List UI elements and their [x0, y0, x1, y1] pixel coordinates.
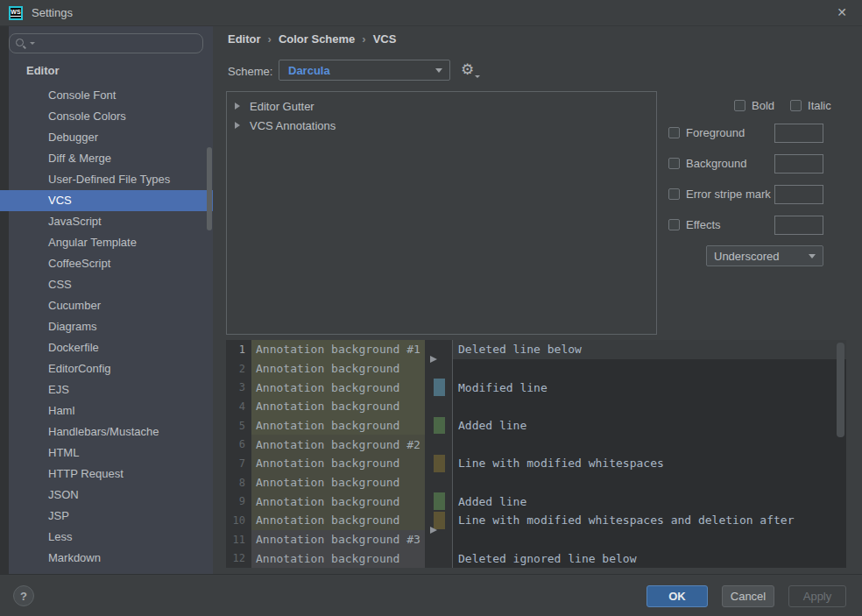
sidebar-item[interactable]: Debugger: [0, 127, 213, 148]
sidebar-item[interactable]: Console Font: [0, 85, 213, 106]
sidebar-item[interactable]: CSS: [0, 274, 213, 295]
line-number: 4: [226, 397, 251, 416]
bold-checkbox[interactable]: [734, 100, 745, 111]
effect-type-dropdown[interactable]: Underscored: [706, 245, 823, 266]
gutter-cell: [425, 454, 453, 473]
sidebar-item[interactable]: HTTP Request: [0, 464, 213, 485]
sidebar-item[interactable]: Diagrams: [0, 316, 213, 337]
italic-checkbox[interactable]: [790, 100, 802, 111]
sidebar-item[interactable]: EJS: [0, 379, 213, 400]
sidebar-item[interactable]: VCS: [0, 190, 213, 211]
sidebar-section-editor[interactable]: Editor: [26, 64, 60, 77]
sidebar-item[interactable]: Angular Template: [0, 232, 213, 253]
sidebar-item[interactable]: Dockerfile: [0, 337, 213, 358]
editor-line-text: Deleted line below: [453, 343, 582, 356]
sidebar-item[interactable]: EditorConfig: [0, 358, 213, 379]
preview-row: 2 Annotation background: [226, 359, 846, 379]
search-box[interactable]: [9, 33, 203, 53]
sidebar-item[interactable]: CoffeeScript: [0, 253, 213, 274]
italic-option[interactable]: Italic: [790, 99, 831, 112]
line-number: 12: [226, 549, 251, 568]
gutter-cell: [425, 340, 453, 359]
breadcrumb-link[interactable]: Color Scheme: [279, 32, 355, 46]
preview-row: 11 Annotation background #3: [226, 530, 846, 549]
annotation-cell: Annotation background #1: [251, 340, 425, 359]
sidebar-item-label: Handlebars/Mustache: [48, 425, 159, 438]
color-swatch[interactable]: [774, 185, 823, 204]
sidebar-item-label: Console Font: [48, 89, 116, 102]
sidebar-item[interactable]: Diff & Merge: [0, 148, 213, 169]
font-style-row: Bold Italic: [734, 99, 831, 112]
sidebar-item[interactable]: Console Colors: [0, 106, 213, 127]
vcs-change-marker-icon: [434, 379, 445, 396]
close-icon[interactable]: ✕: [837, 5, 847, 19]
preview-scrollbar[interactable]: [837, 343, 844, 437]
bold-label: Bold: [752, 99, 774, 112]
sidebar-item[interactable]: Haml: [0, 400, 213, 421]
apply-button[interactable]: Apply: [788, 585, 846, 607]
expand-chevron-icon[interactable]: [235, 103, 240, 110]
tree-node[interactable]: VCS Annotations: [227, 116, 656, 135]
window-title: Settings: [32, 6, 73, 19]
editor-cell: Deleted ignored line below: [453, 549, 846, 568]
scheme-actions-button[interactable]: ⚙: [461, 61, 480, 79]
gutter-cell: [425, 492, 453, 511]
sidebar-item[interactable]: JSON: [0, 485, 213, 506]
sidebar-scrollbar[interactable]: [207, 147, 212, 230]
expand-chevron-icon[interactable]: [235, 122, 240, 129]
sidebar-item[interactable]: Handlebars/Mustache: [0, 421, 213, 443]
color-attribute-rows: Foreground Background Error stripe mark …: [668, 117, 823, 240]
sidebar-item-label: Console Colors: [48, 110, 126, 123]
sidebar-item[interactable]: Markdown: [0, 548, 213, 569]
line-number: 3: [226, 378, 251, 397]
attribute-label: Error stripe mark: [686, 188, 771, 201]
color-swatch[interactable]: [774, 216, 823, 235]
vcs-change-marker-icon: [434, 531, 445, 549]
scheme-dropdown[interactable]: Darcula: [279, 60, 450, 81]
line-number: 11: [226, 530, 251, 549]
gutter-cell: [425, 359, 453, 379]
breadcrumb-link[interactable]: Editor: [228, 32, 261, 46]
gutter-cell: [425, 378, 453, 397]
vcs-change-marker-icon: [434, 398, 445, 415]
gutter-cell: [425, 397, 453, 416]
attribute-checkbox[interactable]: [668, 158, 680, 169]
sidebar-item[interactable]: Less: [0, 527, 213, 548]
attribute-checkbox[interactable]: [668, 219, 680, 230]
annotation-cell: Annotation background #2: [251, 435, 425, 454]
tree-node[interactable]: Editor Gutter: [227, 96, 656, 116]
attribute-checkbox[interactable]: [668, 188, 680, 200]
titlebar: WS Settings ✕: [0, 0, 862, 26]
editor-cell: Deleted line below: [453, 340, 846, 359]
preview-row: 10 Annotation background Line with modif…: [226, 511, 846, 530]
webstorm-logo-text: WS: [11, 9, 20, 17]
bold-option[interactable]: Bold: [734, 99, 774, 112]
help-button[interactable]: ?: [13, 585, 34, 606]
italic-label: Italic: [808, 99, 831, 112]
color-swatch[interactable]: [774, 124, 823, 143]
attribute-label: Background: [686, 157, 746, 170]
line-number: 9: [226, 492, 251, 511]
sidebar-item-label: Cucumber: [48, 299, 101, 312]
sidebar-item[interactable]: HTML: [0, 443, 213, 464]
gutter-cell: [425, 530, 453, 549]
color-swatch[interactable]: [774, 154, 823, 173]
attribute-checkbox[interactable]: [668, 127, 680, 138]
sidebar-item-label: Diagrams: [48, 320, 97, 333]
vcs-change-marker-icon: [434, 360, 445, 378]
sidebar-item[interactable]: Cucumber: [0, 295, 213, 316]
editor-cell: [453, 473, 846, 492]
sidebar-item[interactable]: JavaScript: [0, 211, 213, 232]
editor-cell: Added line: [453, 492, 846, 511]
annotation-cell: Annotation background: [251, 549, 425, 568]
color-attribute-row: Foreground: [668, 117, 823, 148]
editor-line-text: Deleted ignored line below: [453, 552, 637, 565]
sidebar-item[interactable]: User-Defined File Types: [0, 169, 213, 190]
sidebar-item-label: Diff & Merge: [48, 152, 111, 165]
search-input[interactable]: [35, 36, 202, 51]
cancel-button[interactable]: Cancel: [722, 585, 774, 607]
breadcrumb-link[interactable]: VCS: [373, 32, 397, 46]
editor-cell: Modified line: [453, 378, 846, 397]
ok-button[interactable]: OK: [646, 585, 708, 607]
sidebar-item[interactable]: JSP: [0, 506, 213, 527]
